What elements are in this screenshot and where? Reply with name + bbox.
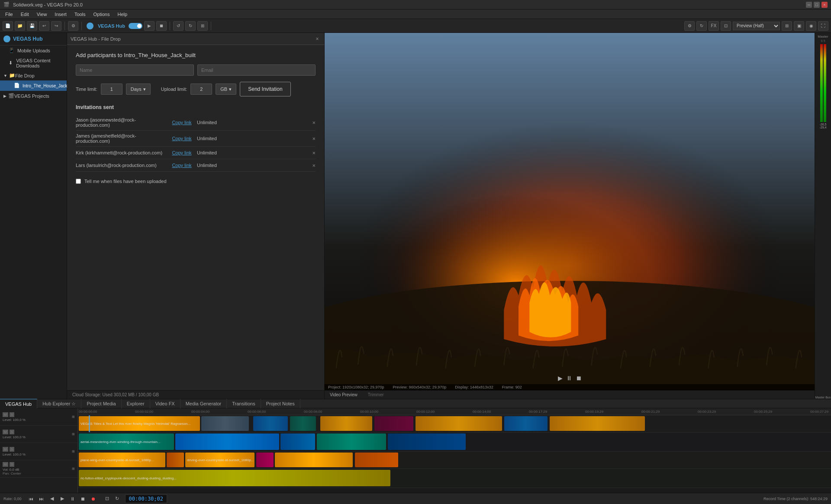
tab-project-notes[interactable]: Project Notes <box>261 399 300 408</box>
preview-settings-btn[interactable]: ⚙ <box>684 21 695 31</box>
file-drop-close-btn[interactable]: × <box>314 35 321 42</box>
send-invitation-button[interactable]: Send Invitation <box>240 82 290 96</box>
tab-explorer[interactable]: Explorer <box>122 399 150 408</box>
redo-btn[interactable]: ↪ <box>51 21 61 31</box>
track-mute-0[interactable]: M <box>3 412 8 417</box>
tab-transitions[interactable]: Transitions <box>227 399 261 408</box>
transport-btn-stop[interactable]: ⏹ <box>79 494 87 503</box>
name-input[interactable] <box>76 64 194 76</box>
remove-btn-1[interactable]: × <box>312 135 316 142</box>
menu-edit[interactable]: Edit <box>17 11 32 18</box>
tab-project-media[interactable]: Project Media <box>81 399 121 408</box>
preview-quality-select[interactable]: Preview (Half) Preview (Full) Preview (Q… <box>733 22 780 30</box>
clip-0-5[interactable] <box>374 416 413 431</box>
preview-btn2[interactable]: ⊞ <box>782 21 792 31</box>
clip-3-0[interactable]: ric-fulton-elibid_cryptopunk-descent_dus… <box>79 470 390 486</box>
track-solo-1[interactable]: S <box>10 430 14 434</box>
remove-btn-2[interactable]: × <box>312 150 316 156</box>
menu-options[interactable]: Options <box>90 11 113 18</box>
new-btn[interactable]: 📄 <box>3 21 13 31</box>
menu-view[interactable]: View <box>33 11 51 18</box>
email-input[interactable] <box>197 64 316 76</box>
upload-limit-input[interactable] <box>190 83 212 95</box>
track-expand-2[interactable]: ⊞ <box>72 449 75 453</box>
notify-checkbox[interactable] <box>76 179 81 184</box>
undo-btn[interactable]: ↩ <box>39 21 49 31</box>
upload-unit-dropdown[interactable]: GB ▾ <box>216 83 236 95</box>
open-btn[interactable]: 📁 <box>15 21 25 31</box>
track-expand-1[interactable]: ⊞ <box>72 432 75 436</box>
time-unit-dropdown[interactable]: Days ▾ <box>126 83 151 95</box>
transport-btn-play[interactable]: ▶ <box>58 494 67 503</box>
track-solo-3[interactable]: S <box>10 462 14 467</box>
copy-link-btn-0[interactable]: Copy link <box>167 119 197 126</box>
preview-fx-btn[interactable]: FX <box>709 21 719 31</box>
preview-crop-btn[interactable]: ⊡ <box>721 21 731 31</box>
clip-0-1[interactable] <box>201 416 249 431</box>
clip-1-2[interactable] <box>280 433 315 450</box>
sidebar-item-intro-file[interactable]: 📄 Intro_The_House_Jack_built <box>0 80 67 91</box>
clip-0-6[interactable] <box>416 416 502 431</box>
transport-btn-pause[interactable]: ⏸ <box>68 494 77 503</box>
copy-link-btn-2[interactable]: Copy link <box>167 149 197 156</box>
clip-0-7[interactable] <box>504 416 548 431</box>
sidebar-group-vegas-projects[interactable]: ▶ 🎬 VEGAS Projects <box>0 91 67 101</box>
clip-1-3[interactable] <box>317 433 386 450</box>
clip-2-4[interactable] <box>275 453 353 467</box>
sidebar-item-content-downloads[interactable]: ⬇ VEGAS Content Downloads <box>0 56 67 71</box>
clip-0-2[interactable] <box>253 416 288 431</box>
time-limit-input[interactable] <box>101 83 122 95</box>
clip-0-0[interactable]: VEGAS Titles & Text Let this river flowb… <box>79 416 200 431</box>
minimize-button[interactable]: ─ <box>806 2 812 8</box>
track-expand-3[interactable]: ⊞ <box>72 467 75 471</box>
transport-btn-record[interactable]: ⏺ <box>89 494 98 503</box>
menu-help[interactable]: Help <box>114 11 131 18</box>
save-btn[interactable]: 💾 <box>27 21 37 31</box>
transport-btn-start[interactable]: ⏮ <box>27 494 35 503</box>
clip-2-5[interactable] <box>355 453 398 467</box>
stop-overlay-btn[interactable]: ⏹ <box>576 375 582 382</box>
menu-tools[interactable]: Tools <box>71 11 89 18</box>
track-mute-1[interactable]: M <box>3 430 8 434</box>
remove-btn-0[interactable]: × <box>312 119 316 126</box>
transport-btn-prev[interactable]: ⏭ <box>37 494 46 503</box>
redo2-btn[interactable]: ↻ <box>185 21 196 31</box>
menu-file[interactable]: File <box>2 11 16 18</box>
clip-1-4[interactable] <box>388 433 466 450</box>
loop-btn[interactable]: ↻ <box>113 494 122 503</box>
maximize-button[interactable]: □ <box>814 2 820 8</box>
menu-insert[interactable]: Insert <box>51 11 70 18</box>
track-expand-0[interactable]: ⊞ <box>72 415 75 419</box>
play-overlay-btn[interactable]: ▶ <box>558 375 563 382</box>
close-button[interactable]: × <box>821 2 828 8</box>
sidebar-group-file-drop[interactable]: ▼ 📁 File Drop <box>0 71 67 80</box>
track-mute-3[interactable]: M <box>3 462 8 467</box>
tab-trimmer[interactable]: Trimmer <box>363 392 389 397</box>
copy-link-btn-3[interactable]: Copy link <box>167 162 197 169</box>
track-solo-2[interactable]: S <box>10 447 14 452</box>
track-mute-2[interactable]: M <box>3 447 8 452</box>
transport-btn-back[interactable]: ◀ <box>48 494 56 503</box>
timecode-display[interactable]: 00:00:30;02 <box>125 494 167 503</box>
tab-media-generator[interactable]: Media Generator <box>180 399 227 408</box>
hub-toggle[interactable] <box>129 23 142 29</box>
preview-refresh-btn[interactable]: ↻ <box>696 21 707 31</box>
tab-hub-explorer[interactable]: Hub Explorer ☆ <box>37 399 81 408</box>
clip-0-4[interactable] <box>320 416 372 431</box>
copy-link-btn-1[interactable]: Copy link <box>167 135 197 142</box>
clip-2-1[interactable] <box>167 453 184 467</box>
settings-btn[interactable]: ⚙ <box>68 21 78 31</box>
stop-btn[interactable]: ⏹ <box>156 21 167 31</box>
clip-0-3[interactable] <box>290 416 316 431</box>
clip-2-3[interactable] <box>256 453 274 467</box>
clip-0-8[interactable] <box>550 416 645 431</box>
sidebar-item-mobile-uploads[interactable]: 📱 Mobile Uploads <box>0 45 67 56</box>
undo2-btn[interactable]: ↺ <box>173 21 184 31</box>
view-toggle[interactable]: ⊞ <box>197 21 208 31</box>
preview-btn3[interactable]: ▣ <box>794 21 804 31</box>
snap-btn[interactable]: ⊡ <box>103 494 112 503</box>
tab-vegas-hub[interactable]: VEGAS Hub <box>0 399 37 408</box>
clip-2-2[interactable]: driving-over-countryside-at-sunset_1080p… <box>185 453 254 467</box>
preview-btn4[interactable]: ◉ <box>806 21 816 31</box>
clip-1-1[interactable] <box>175 433 279 450</box>
